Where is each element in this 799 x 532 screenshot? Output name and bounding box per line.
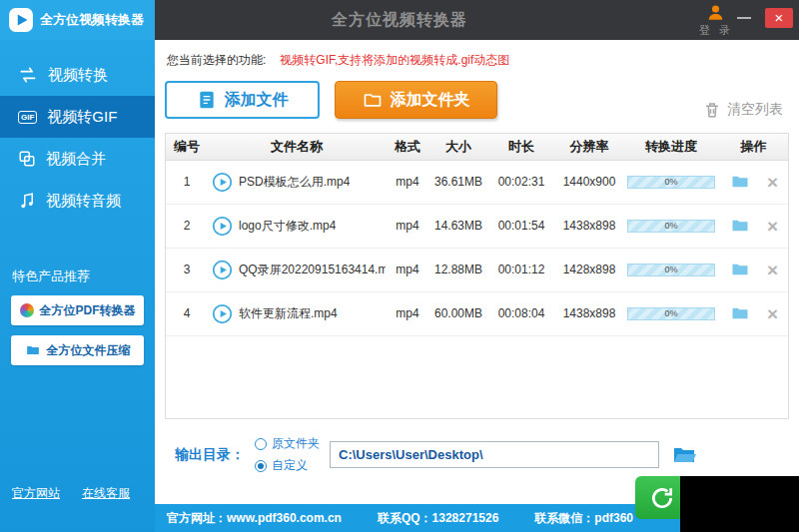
file-size: 14.63MB	[429, 204, 487, 248]
remove-file-icon[interactable]: ×	[767, 173, 778, 192]
titlebar: 全方位视频转换器 登 录 ×	[155, 0, 799, 40]
progress-value: 0%	[664, 265, 677, 274]
output-directory-label: 输出目录：	[175, 446, 245, 464]
main-content: 您当前选择的功能:视频转GIF,支持将添加的视频转成.gif动态图 添加文件 添…	[155, 40, 799, 504]
progress-value: 0%	[664, 308, 677, 318]
col-header-size: 大小	[429, 134, 487, 160]
clear-list-button[interactable]: 清空列表	[703, 101, 783, 119]
gif-icon: GIF	[18, 111, 37, 124]
footer-website: 官方网址：www.pdf360.com.cn	[167, 510, 342, 527]
col-header-resolution: 分辨率	[555, 134, 623, 160]
radio-custom[interactable]: 自定义	[255, 457, 320, 474]
product-label: 全方位PDF转换器	[40, 302, 136, 319]
add-folder-button[interactable]: 添加文件夹	[335, 81, 497, 119]
add-file-button[interactable]: 添加文件	[165, 81, 320, 119]
file-format: mp4	[386, 204, 429, 248]
progress-value: 0%	[664, 177, 677, 187]
refresh-arrow-icon	[649, 485, 675, 511]
remove-file-icon[interactable]: ×	[767, 304, 778, 323]
file-resolution: 1440x900	[555, 160, 623, 204]
row-number: 2	[166, 204, 208, 248]
open-folder-icon[interactable]	[729, 261, 751, 278]
website-label: 官方网址：	[167, 511, 227, 525]
product-label: 全方位文件压缩	[47, 342, 131, 359]
output-path-input[interactable]	[330, 441, 659, 468]
sidebar-item-video-to-audio[interactable]: 视频转音频	[0, 180, 155, 222]
row-number: 1	[166, 160, 208, 204]
col-header-no: 编号	[166, 134, 208, 160]
online-support-link[interactable]: 在线客服	[82, 485, 130, 502]
sidebar-item-label: 视频转GIF	[47, 108, 117, 127]
right-column: 全方位视频转换器 登 录 × 您当前选择的功能:视频转GIF,支持将添加的视频转…	[155, 0, 799, 532]
product-pdf-converter-button[interactable]: 全方位PDF转换器	[11, 295, 144, 325]
file-size: 36.61MB	[429, 160, 487, 204]
table-row: 2 logo尺寸修改.mp4 mp4 14.63MB 00:01:54 1438…	[166, 204, 788, 248]
footer-qq: 联系QQ：1328271526	[378, 510, 498, 527]
remove-file-icon[interactable]: ×	[767, 217, 778, 236]
pdf-converter-icon	[20, 303, 34, 317]
add-file-label: 添加文件	[225, 90, 289, 111]
play-icon[interactable]	[212, 303, 233, 324]
sidebar: 全方位视频转换器 视频转换 GIF 视频转GIF 视频合并	[0, 0, 155, 532]
progress-bar: 0%	[627, 307, 715, 320]
folder-compress-icon	[25, 343, 41, 357]
file-duration: 00:01:54	[487, 204, 555, 248]
login-button[interactable]: 登 录	[699, 3, 733, 38]
progress-bar: 0%	[627, 176, 715, 189]
open-folder-icon[interactable]	[729, 217, 751, 235]
radio-original-label: 原文件夹	[272, 435, 320, 452]
window-title: 全方位视频转换器	[332, 10, 467, 31]
trash-icon	[703, 101, 721, 119]
output-radio-group: 原文件夹 自定义	[255, 435, 320, 474]
play-icon[interactable]	[212, 260, 233, 280]
logo-row: 全方位视频转换器	[0, 0, 155, 40]
play-icon[interactable]	[212, 216, 233, 237]
progress-bar: 0%	[627, 220, 715, 233]
file-table: 编号 文件名称 格式 大小 时长 分辨率 转换进度 操作 1	[165, 133, 789, 419]
convert-icon	[18, 65, 38, 85]
function-line: 您当前选择的功能:视频转GIF,支持将添加的视频转成.gif动态图	[167, 52, 789, 69]
open-folder-icon[interactable]	[729, 304, 751, 322]
sidebar-item-video-convert[interactable]: 视频转换	[0, 54, 155, 96]
file-name: QQ录屏20220915163414.m	[239, 262, 386, 278]
document-icon	[197, 90, 217, 110]
file-resolution: 1428x898	[555, 248, 623, 291]
merge-icon	[18, 150, 36, 168]
table-row: 4 软件更新流程.mp4 mp4 60.00MB 00:08:04 1438x8…	[166, 291, 788, 335]
file-resolution: 1438x898	[555, 291, 623, 335]
clear-list-label: 清空列表	[727, 101, 783, 119]
qq-value: 1328271526	[432, 511, 499, 525]
file-duration: 00:01:12	[487, 248, 555, 291]
footer-wechat: 联系微信：pdf360	[534, 510, 633, 527]
table-header-row: 编号 文件名称 格式 大小 时长 分辨率 转换进度 操作	[166, 134, 788, 160]
app-logo-icon	[8, 7, 34, 33]
file-format: mp4	[386, 291, 429, 335]
close-button[interactable]: ×	[765, 8, 793, 28]
product-file-compress-button[interactable]: 全方位文件压缩	[11, 335, 144, 365]
minimize-button[interactable]	[737, 17, 751, 19]
sidebar-item-label: 视频转换	[48, 66, 108, 85]
radio-original-folder[interactable]: 原文件夹	[255, 435, 320, 452]
window-controls: ×	[737, 8, 793, 28]
file-duration: 00:08:04	[487, 291, 555, 335]
browse-folder-icon[interactable]	[669, 443, 699, 467]
file-name: logo尺寸修改.mp4	[239, 218, 336, 235]
col-header-progress: 转换进度	[623, 134, 719, 160]
user-icon	[706, 3, 725, 22]
open-folder-icon[interactable]	[729, 173, 751, 191]
radio-circle-selected[interactable]	[255, 460, 267, 472]
file-format: mp4	[386, 248, 429, 291]
sidebar-item-video-merge[interactable]: 视频合并	[0, 138, 155, 180]
file-size: 60.00MB	[429, 291, 487, 335]
login-label: 登 录	[699, 23, 733, 38]
remove-file-icon[interactable]: ×	[767, 261, 778, 279]
file-resolution: 1438x898	[555, 204, 623, 248]
sidebar-item-video-to-gif[interactable]: GIF 视频转GIF	[0, 96, 155, 138]
table-row: 3 QQ录屏20220915163414.m mp4 12.88MB 00:01…	[166, 248, 788, 291]
play-icon[interactable]	[212, 172, 233, 193]
sidebar-nav: 视频转换 GIF 视频转GIF 视频合并 视频转音频	[0, 54, 155, 222]
file-name: PSD模板怎么用.mp4	[239, 174, 350, 191]
official-site-link[interactable]: 官方网站	[12, 485, 60, 502]
radio-circle[interactable]	[255, 438, 267, 450]
row-number: 3	[166, 248, 208, 291]
